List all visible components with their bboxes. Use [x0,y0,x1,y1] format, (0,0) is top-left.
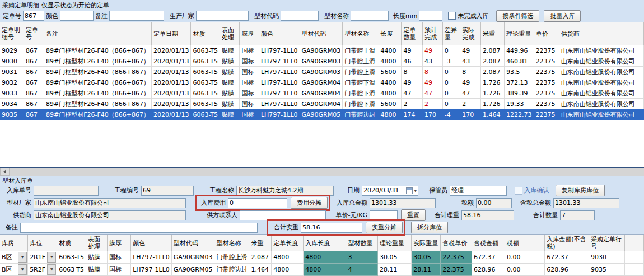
table-cell[interactable]: 49 [402,77,422,88]
table-cell[interactable]: 867 [24,77,44,88]
table-cell[interactable]: 0.00 [505,251,545,264]
table-cell[interactable]: 89#门框型材F26-F40（866+867） [44,99,151,109]
table-cell[interactable]: 国标 [240,88,259,99]
table-cell[interactable]: 4800 [379,88,402,99]
scroll-left-button[interactable] [0,168,10,176]
dropdown-arrow-icon[interactable]: ▼ [47,264,56,275]
table-row[interactable]: 903586789#门框型材F26-F40（866+867）2020/01/13… [0,109,644,120]
column-header[interactable]: 颜色 [259,22,300,45]
table-cell[interactable]: LH797-1LL0 [259,56,300,67]
column-header[interactable]: 定单长度 [272,235,304,251]
table-cell[interactable]: 9034 [0,99,24,109]
column-header[interactable]: 定单号 [24,22,44,45]
table-cell[interactable]: 46 [402,56,422,67]
table-cell[interactable]: 89#门框型材F26-F40（866+867） [44,45,151,56]
split-location-button[interactable]: 拆分库位 [411,222,448,233]
table-row[interactable]: 903186789#门框型材F26-F40（866+867）2020/01/13… [0,67,644,77]
table-cell[interactable]: 1222.73 [505,109,534,120]
table-cell[interactable]: 43 [422,56,442,67]
column-header[interactable]: 材质 [57,235,86,251]
column-header[interactable]: 入库长度 [304,235,346,251]
total-theory-weight-input[interactable] [461,210,514,220]
table-cell[interactable]: GA90GRM04 [300,88,343,99]
table-cell[interactable]: B区▼ [0,251,28,264]
table-cell[interactable]: 628.96 [545,264,589,276]
table-cell[interactable]: 4800 [379,109,402,120]
keeper-input[interactable] [450,186,507,196]
table-cell[interactable]: 22375 [534,109,559,120]
table-cell[interactable]: 国标 [240,67,259,77]
table-cell[interactable]: GA90GRM03 [171,251,214,264]
table-cell[interactable]: 49 [460,45,481,56]
table-cell[interactable]: 2020/01/13 [152,88,191,99]
table-cell[interactable]: 6063-T5 [191,99,220,109]
table-cell[interactable]: 22.375 [441,264,472,276]
table-cell[interactable] [637,45,643,56]
copy-location-button[interactable]: 复制库房库位 [556,185,605,196]
table-cell[interactable]: 国标 [240,45,259,56]
table-cell[interactable]: 9030 [0,56,24,67]
table-cell[interactable]: 6063-T5 [57,251,86,264]
table-cell[interactable]: 6063-T5 [191,67,220,77]
column-header[interactable]: 颜色 [131,235,172,251]
table-cell[interactable]: 22375 [534,45,559,56]
table-cell[interactable]: 22375 [534,56,559,67]
table-cell[interactable]: 2020/01/13 [152,45,191,56]
total-with-tax-input[interactable] [553,198,619,208]
table-cell[interactable]: LH797-1LL0 [259,99,300,109]
table-cell[interactable]: 6063-T5 [191,45,220,56]
table-cell[interactable]: -3 [442,56,460,67]
table-cell[interactable]: 国标 [108,251,131,264]
table-cell[interactable]: 国标 [240,99,259,109]
table-cell[interactable]: 9032 [0,77,24,88]
column-header[interactable]: 膜厚 [240,22,259,45]
inbound-confirm-checkbox[interactable] [515,187,522,195]
table-cell[interactable]: LH797-1LL0 [259,109,300,120]
table-row[interactable]: 902986789#门框型材F26-F40（866+867）2020/01/13… [0,45,644,56]
column-header[interactable]: 表面处理 [86,235,108,251]
table-cell[interactable]: 449.96 [505,45,534,56]
table-cell[interactable]: 89#门框型材F26-F40（866+867） [44,88,151,99]
filter-profile-name-input[interactable] [351,11,389,21]
table-cell[interactable]: 47 [460,88,481,99]
column-header[interactable]: 理论重量 [505,22,534,45]
table-cell[interactable]: 2020/01/13 [152,67,191,77]
table-cell[interactable]: 867 [24,67,44,77]
supplier-input[interactable] [34,210,186,220]
table-cell[interactable]: 43 [460,56,481,67]
filter-manufacturer-input[interactable] [196,11,249,21]
remark-input[interactable] [20,223,258,233]
column-header[interactable] [637,22,643,45]
unit-price-input[interactable] [370,210,398,220]
column-header[interactable]: 含税单价 [441,235,472,251]
total-amount-input[interactable] [370,198,436,208]
table-cell[interactable]: 2020/01/13 [152,56,191,67]
table-cell[interactable]: 49 [422,77,442,88]
supplier-contact-input[interactable] [240,210,326,220]
filter-length-input[interactable] [419,11,442,21]
table-cell[interactable]: 2 [402,99,422,109]
column-header[interactable] [624,235,643,251]
table-row[interactable]: B区▼5R2F▼6063-T5贴膜国标LH797-1LL0GA90GRM05门带… [0,264,644,276]
table-cell[interactable]: 8 [460,67,481,77]
table-cell[interactable]: 贴膜 [220,56,240,67]
column-header[interactable]: 型材数量 [346,235,378,251]
table-cell[interactable]: 6063-T5 [191,56,220,67]
dropdown-arrow-icon[interactable]: ▼ [18,264,27,275]
column-header[interactable]: 米重 [249,235,272,251]
table-cell[interactable]: 22.375 [441,251,472,264]
table-cell[interactable]: 49 [402,45,422,56]
table-cell[interactable]: 0.00 [505,264,545,276]
project-no-input[interactable] [141,186,194,196]
table-cell[interactable]: 30.05 [412,251,441,264]
table-cell[interactable]: 山东南山铝业股份有限公司 [559,45,637,56]
table-cell[interactable]: LH797-1LL0 [131,264,172,276]
table-cell[interactable]: 贴膜 [220,99,240,109]
table-cell[interactable]: 1.464 [249,264,272,276]
table-cell[interactable]: 47 [402,88,422,99]
storage-fee-input[interactable] [228,198,287,208]
table-cell[interactable]: 867 [24,88,44,99]
column-header[interactable]: 采购定单行号 [589,235,625,251]
table-cell[interactable]: 门带腔边封 [214,264,249,276]
column-header[interactable]: 材质 [191,22,220,45]
